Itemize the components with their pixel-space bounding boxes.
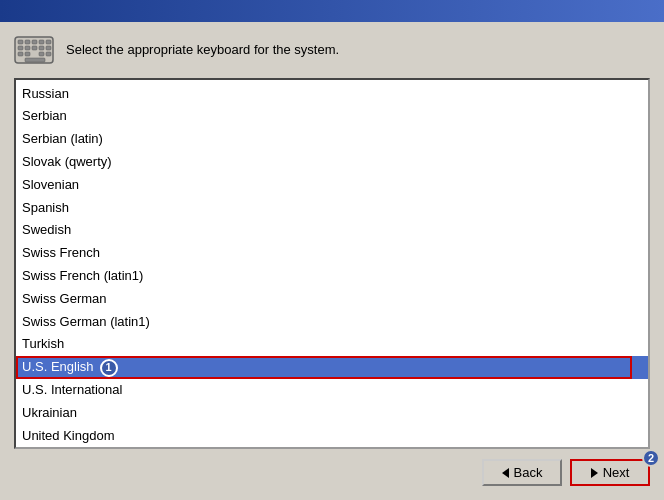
list-item[interactable]: Serbian (latin)	[16, 128, 648, 151]
svg-rect-7	[25, 46, 30, 50]
next-label: Next	[603, 465, 630, 480]
list-item[interactable]: Swiss German (latin1)	[16, 311, 648, 334]
list-item[interactable]: Swiss German	[16, 288, 648, 311]
window: Select the appropriate keyboard for the …	[0, 22, 664, 500]
list-item[interactable]: U.S. English1	[16, 356, 648, 379]
back-button[interactable]: Back	[482, 459, 562, 486]
footer: Back Next 2	[14, 459, 650, 486]
svg-rect-14	[39, 52, 44, 56]
list-item[interactable]: Turkish	[16, 333, 648, 356]
svg-rect-4	[39, 40, 44, 44]
list-items-container: PortugueseRomanianRussianSerbianSerbian …	[16, 78, 648, 447]
svg-rect-3	[32, 40, 37, 44]
list-item[interactable]: Russian	[16, 83, 648, 106]
selected-badge: 1	[100, 359, 118, 377]
list-item[interactable]: Slovak (qwerty)	[16, 151, 648, 174]
svg-rect-9	[39, 46, 44, 50]
next-badge: 2	[642, 449, 660, 467]
list-item[interactable]: Serbian	[16, 105, 648, 128]
header-instruction: Select the appropriate keyboard for the …	[66, 41, 339, 59]
keyboard-list[interactable]: PortugueseRomanianRussianSerbianSerbian …	[14, 78, 650, 449]
list-item[interactable]: Spanish	[16, 197, 648, 220]
back-label: Back	[514, 465, 543, 480]
svg-rect-15	[46, 52, 51, 56]
title-bar	[0, 0, 664, 22]
svg-rect-12	[25, 52, 30, 56]
keyboard-icon	[14, 32, 54, 68]
next-button[interactable]: Next	[570, 459, 650, 486]
svg-rect-11	[18, 52, 23, 56]
svg-rect-8	[32, 46, 37, 50]
svg-rect-5	[46, 40, 51, 44]
back-arrow-icon	[502, 468, 509, 478]
svg-rect-1	[18, 40, 23, 44]
svg-rect-10	[46, 46, 51, 50]
list-item[interactable]: U.S. International	[16, 379, 648, 402]
list-item[interactable]: Swedish	[16, 219, 648, 242]
list-item[interactable]: United Kingdom	[16, 425, 648, 448]
list-item[interactable]: Slovenian	[16, 174, 648, 197]
list-item[interactable]: Swiss French (latin1)	[16, 265, 648, 288]
svg-rect-2	[25, 40, 30, 44]
list-item[interactable]: Swiss French	[16, 242, 648, 265]
svg-rect-6	[18, 46, 23, 50]
header: Select the appropriate keyboard for the …	[14, 32, 650, 68]
svg-rect-13	[25, 58, 45, 62]
next-arrow-icon	[591, 468, 598, 478]
list-item[interactable]: Ukrainian	[16, 402, 648, 425]
